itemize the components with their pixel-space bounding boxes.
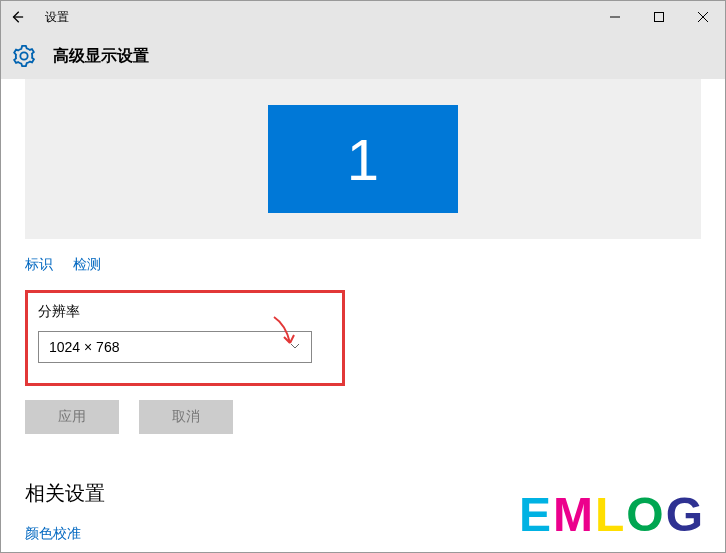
apply-button[interactable]: 应用 [25, 400, 119, 434]
color-calibration-link[interactable]: 颜色校准 [25, 525, 81, 543]
action-buttons: 应用 取消 [25, 400, 701, 434]
resolution-section: 分辨率 1024 × 768 [25, 290, 345, 386]
titlebar: 设置 [1, 1, 725, 33]
settings-window: 设置 高级显示设置 1 标识 检测 [0, 0, 726, 553]
close-button[interactable] [681, 1, 725, 33]
maximize-icon [654, 12, 664, 22]
window-controls [593, 1, 725, 33]
window-title: 设置 [45, 9, 593, 26]
page-title: 高级显示设置 [53, 46, 149, 67]
content-area: 1 标识 检测 分辨率 1024 × 768 应用 取消 相关设置 [1, 79, 725, 543]
page-header: 高级显示设置 [1, 33, 725, 79]
identify-link[interactable]: 标识 [25, 256, 53, 274]
cancel-button[interactable]: 取消 [139, 400, 233, 434]
minimize-icon [610, 12, 620, 22]
monitor-number: 1 [347, 126, 379, 193]
arrow-left-icon [10, 10, 24, 24]
close-icon [698, 12, 708, 22]
detect-link[interactable]: 检测 [73, 256, 101, 274]
monitor-links: 标识 检测 [25, 255, 701, 274]
annotation-arrow-icon [268, 315, 300, 355]
monitor-preview-area: 1 [25, 79, 701, 239]
resolution-value: 1024 × 768 [49, 339, 119, 355]
monitor-tile-1[interactable]: 1 [268, 105, 458, 213]
gear-icon [13, 45, 35, 67]
svg-rect-0 [655, 13, 664, 22]
minimize-button[interactable] [593, 1, 637, 33]
watermark: EMLOG [519, 487, 705, 542]
maximize-button[interactable] [637, 1, 681, 33]
back-button[interactable] [1, 1, 33, 33]
